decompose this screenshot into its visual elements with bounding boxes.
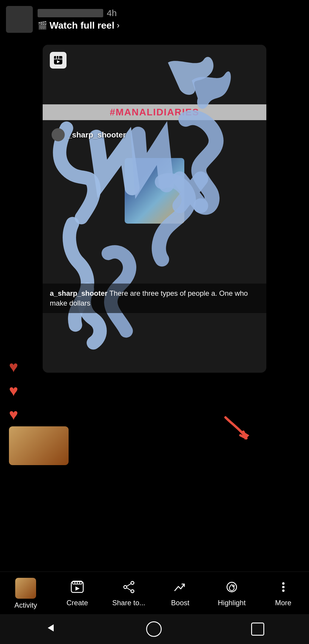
reel-badge [50,52,67,69]
home-button[interactable] [137,618,171,640]
share-button[interactable]: Share to... [109,580,148,607]
back-button[interactable] [36,619,66,640]
highlight-label: Highlight [218,599,245,607]
caption-text: a_sharp_shooter There are three types of… [50,289,248,307]
username-overlay: _sharp_shooter [52,128,126,141]
center-person-image [125,158,184,224]
create-label: Create [67,599,88,607]
share-icon [122,580,135,596]
svg-rect-1 [54,56,62,59]
create-button[interactable]: Create [58,580,97,607]
hashtag-text: #MANALIDIARIES [49,107,260,118]
username-placeholder [38,9,103,17]
svg-point-20 [282,582,285,585]
heart-3: ♥ [9,405,18,423]
watch-reel-label: Watch full reel [50,20,115,31]
bottom-toolbar: Activity Create [0,572,309,614]
post-time: 4h [107,8,117,18]
boost-label: Boost [171,599,189,607]
chevron-right-icon: › [117,21,120,30]
video-card[interactable]: #MANALIDIARIES _sharp_shooter [43,45,266,373]
caption-bar: a_sharp_shooter There are three types of… [43,284,266,313]
svg-point-22 [282,589,285,592]
watch-reel-button[interactable]: 🎬 Watch full reel › [38,20,303,31]
overlay-username-text: _sharp_shooter [68,130,126,140]
overlay-avatar [52,128,65,141]
activity-thumbnail [15,578,36,599]
svg-line-16 [126,583,131,586]
reel-icon: 🎬 [38,21,47,30]
navigation-bar [0,614,309,644]
boost-icon [174,580,187,596]
highlight-icon [225,580,238,596]
post-header: 4h 🎬 Watch full reel › [0,0,309,36]
activity-label: Activity [14,601,37,609]
header-info: 4h 🎬 Watch full reel › [38,8,303,31]
svg-marker-23 [48,624,54,631]
heart-1: ♥ [9,358,18,376]
header-name-row: 4h [38,8,303,18]
highlight-button[interactable]: Highlight [212,580,251,607]
svg-point-13 [131,581,134,584]
svg-marker-12 [75,586,80,591]
svg-point-15 [124,586,127,589]
avatar [6,6,33,33]
svg-point-19 [233,585,234,587]
heart-2: ♥ [9,382,18,400]
more-icon [277,580,290,596]
recents-button[interactable] [242,620,273,639]
svg-point-14 [131,590,134,593]
more-label: More [275,599,291,607]
boost-button[interactable]: Boost [161,580,200,607]
create-icon [71,580,84,596]
story-thumbnail[interactable] [9,426,69,465]
reel-badge-icon [50,52,67,69]
arrow-indicator [220,411,255,448]
more-button[interactable]: More [264,580,303,607]
svg-line-17 [126,588,131,591]
share-label: Share to... [112,599,145,607]
caption-username: a_sharp_shooter [50,289,107,297]
activity-button[interactable]: Activity [6,578,45,609]
video-wrapper: #MANALIDIARIES _sharp_shooter [43,45,266,373]
svg-point-21 [282,586,285,588]
toolbar-items: Activity Create [0,578,309,609]
hashtag-banner: #MANALIDIARIES [43,104,266,120]
